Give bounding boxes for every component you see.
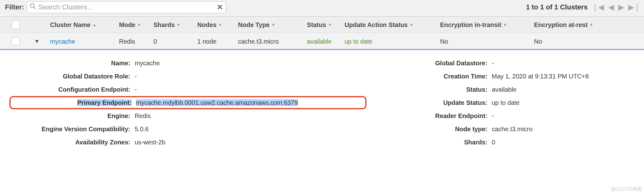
cell-node-type: cache.t3.micro xyxy=(238,38,307,45)
page-first-icon[interactable]: ❘◀ xyxy=(592,3,604,12)
pager: 1 to 1 of 1 Clusters ❘◀ ◀ ▶ ▶❘ xyxy=(526,3,640,12)
value-availability-zones: us-west-2b xyxy=(135,139,165,146)
value-node-type: cache.t3.micro xyxy=(492,126,532,133)
table-row[interactable]: ▼ mycache Redis 0 1 node cache.t3.micro … xyxy=(0,33,644,50)
value-primary-endpoint[interactable]: mycache.mdylbb.0001.usw2.cache.amazonaws… xyxy=(136,99,298,106)
value-status: available xyxy=(492,86,517,93)
chevron-down-icon: ▼ xyxy=(410,23,413,27)
value-reader-endpoint: - xyxy=(492,112,494,120)
chevron-down-icon: ▼ xyxy=(137,23,141,27)
cell-shards: 0 xyxy=(153,38,197,45)
search-field-wrap[interactable]: ✕ xyxy=(27,1,226,13)
label-reader-endpoint: Reader Endpoint: xyxy=(366,112,492,120)
value-creation-time: May 1, 2020 at 9:13:31 PM UTC+8 xyxy=(492,73,589,80)
label-engine-version-compatibility: Engine Version Compatibility: xyxy=(9,126,135,133)
page-prev-icon[interactable]: ◀ xyxy=(608,3,614,12)
col-mode[interactable]: Mode▼ xyxy=(119,21,153,29)
cell-nodes: 1 node xyxy=(197,38,238,45)
label-shards: Shards: xyxy=(366,139,492,146)
search-input[interactable] xyxy=(38,3,217,11)
page-last-icon[interactable]: ▶❘ xyxy=(628,3,640,12)
value-engine: Redis xyxy=(135,112,151,120)
label-creation-time: Creation Time: xyxy=(366,73,492,80)
cell-update-status: up to date xyxy=(345,38,440,45)
page-next-icon[interactable]: ▶ xyxy=(618,3,624,12)
value-configuration-endpoint: - xyxy=(135,86,137,93)
value-shards: 0 xyxy=(492,139,495,146)
label-update-status: Update Status: xyxy=(366,99,492,106)
value-engine-version-compatibility: 5.0.6 xyxy=(135,126,148,133)
filter-label: Filter: xyxy=(5,3,24,11)
toolbar: Filter: ✕ 1 to 1 of 1 Clusters ❘◀ ◀ ▶ ▶❘ xyxy=(0,0,644,17)
value-update-status: up to date xyxy=(492,99,520,106)
table-header: Cluster Name▲ Mode▼ Shards▼ Nodes▼ Node … xyxy=(0,17,644,33)
search-icon xyxy=(29,3,36,12)
col-encryption-in-transit[interactable]: Encryption in-transit▼ xyxy=(440,21,534,29)
value-name: mycache xyxy=(135,60,160,67)
row-checkbox[interactable] xyxy=(12,37,20,46)
label-name: Name: xyxy=(9,60,135,67)
chevron-down-icon: ▼ xyxy=(218,23,222,27)
cell-enc-transit: No xyxy=(440,38,534,45)
clear-icon[interactable]: ✕ xyxy=(217,3,223,11)
label-primary-endpoint: Primary Endpoint: xyxy=(11,99,136,106)
col-cluster-name[interactable]: Cluster Name▲ xyxy=(50,21,119,29)
cluster-link[interactable]: mycache xyxy=(50,38,75,45)
label-status: Status: xyxy=(366,86,492,93)
col-encryption-at-rest[interactable]: Encryption at-rest▼ xyxy=(534,21,615,29)
value-global-datastore-role: - xyxy=(135,73,137,80)
label-engine: Engine: xyxy=(9,112,135,120)
chevron-down-icon: ▼ xyxy=(272,23,275,27)
select-all-checkbox[interactable] xyxy=(12,21,20,29)
chevron-down-icon: ▼ xyxy=(503,23,507,27)
pager-range: 1 to 1 of 1 Clusters xyxy=(526,3,588,11)
col-node-type[interactable]: Node Type▼ xyxy=(238,21,307,29)
col-shards[interactable]: Shards▼ xyxy=(153,21,197,29)
chevron-down-icon: ▼ xyxy=(177,23,180,27)
select-all-cell xyxy=(0,21,31,29)
row-expand-toggle[interactable]: ▼ xyxy=(31,39,50,44)
details-panel: Name: mycache Global Datastore Role: - C… xyxy=(0,50,644,152)
label-availability-zones: Availability Zones: xyxy=(9,139,135,146)
cell-cluster-name: mycache xyxy=(50,38,119,45)
sort-asc-icon: ▲ xyxy=(92,23,96,27)
cell-status: available xyxy=(307,38,345,45)
label-global-datastore-role: Global Datastore Role: xyxy=(9,73,135,80)
col-update-action-status[interactable]: Update Action Status▼ xyxy=(345,21,440,29)
col-status[interactable]: Status▼ xyxy=(307,21,345,29)
value-global-datastore: - xyxy=(492,60,494,67)
cell-enc-rest: No xyxy=(534,38,615,45)
label-configuration-endpoint: Configuration Endpoint: xyxy=(9,86,135,93)
col-nodes[interactable]: Nodes▼ xyxy=(197,21,238,29)
cell-mode: Redis xyxy=(119,38,153,45)
chevron-down-icon: ▼ xyxy=(328,23,332,27)
svg-line-1 xyxy=(34,7,36,9)
row-select-cell xyxy=(0,37,31,46)
svg-point-0 xyxy=(30,4,34,8)
chevron-down-icon: ▼ xyxy=(589,23,593,27)
label-global-datastore: Global Datastore: xyxy=(366,60,492,67)
label-node-type: Node type: xyxy=(366,126,492,133)
